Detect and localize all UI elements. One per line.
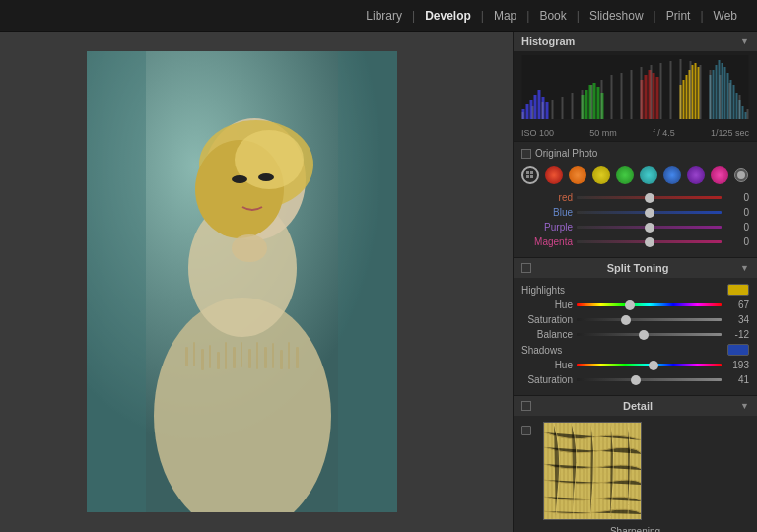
channel-red-icon[interactable] xyxy=(545,166,563,184)
detail-enable[interactable] xyxy=(521,401,531,411)
red-value: 0 xyxy=(725,192,749,203)
nav-slideshow[interactable]: Slideshow xyxy=(580,0,654,32)
shadows-hue-label: Hue xyxy=(521,360,573,370)
original-photo-label: Original Photo xyxy=(535,148,597,159)
svg-rect-13 xyxy=(209,345,211,368)
channel-purple-icon[interactable] xyxy=(687,166,705,184)
nav-map[interactable]: Map xyxy=(484,0,526,32)
magenta-thumb[interactable] xyxy=(645,237,654,247)
highlights-hue-value: 67 xyxy=(725,299,749,310)
svg-rect-82 xyxy=(680,59,682,119)
purple-thumb[interactable] xyxy=(645,223,654,233)
split-toning-controls: Highlights Hue 67 Saturation 34 xyxy=(514,278,757,395)
blue-label: Blue xyxy=(521,207,573,218)
meta-aperture: f / 4.5 xyxy=(653,128,675,138)
svg-rect-92 xyxy=(526,175,529,178)
blue-value: 0 xyxy=(725,207,749,218)
nav-web[interactable]: Web xyxy=(704,0,747,32)
detail-preview-thumbnail xyxy=(543,422,642,520)
highlights-hue-slider[interactable] xyxy=(577,303,722,306)
shadows-sat-slider[interactable] xyxy=(577,378,722,381)
red-slider[interactable] xyxy=(577,196,722,199)
highlights-sat-slider[interactable] xyxy=(577,318,722,321)
main-layout: Histogram ▼ xyxy=(0,32,757,532)
svg-rect-47 xyxy=(683,80,685,119)
svg-rect-93 xyxy=(530,175,533,178)
meta-shutter: 1/125 sec xyxy=(711,128,749,138)
channel-blue-icon[interactable] xyxy=(663,166,681,184)
nav-book[interactable]: Book xyxy=(529,0,576,32)
magenta-value: 0 xyxy=(725,236,749,247)
magenta-slider[interactable] xyxy=(577,240,722,243)
original-photo-checkbox[interactable] xyxy=(521,149,531,159)
shadows-sat-thumb[interactable] xyxy=(631,375,641,385)
meta-focal: 50 mm xyxy=(589,128,617,138)
highlights-sat-value: 34 xyxy=(725,314,749,325)
blue-slider[interactable] xyxy=(577,211,722,214)
highlights-swatch[interactable] xyxy=(727,284,749,296)
purple-value: 0 xyxy=(725,222,749,233)
svg-rect-29 xyxy=(526,104,529,119)
svg-rect-51 xyxy=(695,63,697,119)
detail-header[interactable]: Detail ▼ xyxy=(514,396,757,416)
channel-selector xyxy=(521,166,749,184)
blue-thumb[interactable] xyxy=(645,208,654,218)
nav-develop[interactable]: Develop xyxy=(415,0,481,32)
svg-rect-72 xyxy=(582,90,584,119)
detail-section: Detail ▼ xyxy=(514,396,757,532)
svg-rect-64 xyxy=(742,106,744,119)
photo-area xyxy=(0,32,513,532)
main-photo xyxy=(87,51,397,512)
split-toning-title: Split Toning xyxy=(607,262,669,274)
histogram-header[interactable]: Histogram ▼ xyxy=(514,32,757,51)
svg-rect-31 xyxy=(534,95,537,119)
svg-rect-52 xyxy=(698,67,700,119)
shadows-hue-value: 193 xyxy=(725,360,749,370)
highlights-hue-thumb[interactable] xyxy=(625,300,635,310)
photo-container xyxy=(87,51,397,512)
balance-slider[interactable] xyxy=(577,333,722,336)
nav-library[interactable]: Library xyxy=(356,0,412,32)
photo-svg xyxy=(87,51,397,512)
svg-rect-67 xyxy=(532,106,534,119)
svg-rect-54 xyxy=(713,70,715,119)
histogram-title: Histogram xyxy=(521,35,575,47)
channel-green-icon[interactable] xyxy=(616,166,634,184)
purple-slider[interactable] xyxy=(577,226,722,229)
shadows-hue-thumb[interactable] xyxy=(649,361,658,370)
balance-row: Balance -12 xyxy=(521,329,749,340)
histogram-metadata: ISO 100 50 mm f / 4.5 1/125 sec xyxy=(514,125,757,141)
svg-rect-79 xyxy=(651,65,653,119)
svg-rect-75 xyxy=(611,75,613,119)
channel-magenta-icon[interactable] xyxy=(711,166,728,184)
svg-rect-57 xyxy=(722,63,723,119)
channel-yellow-icon[interactable] xyxy=(592,166,610,184)
svg-rect-76 xyxy=(621,73,623,119)
split-toning-header[interactable]: Split Toning ▼ xyxy=(514,258,757,278)
shadows-swatch[interactable] xyxy=(727,344,749,356)
channel-active-indicator[interactable] xyxy=(734,168,748,182)
nav-print[interactable]: Print xyxy=(656,0,701,32)
shadows-hue-slider[interactable] xyxy=(577,364,722,366)
svg-rect-83 xyxy=(690,61,692,119)
svg-rect-59 xyxy=(727,73,729,119)
right-panel[interactable]: Histogram ▼ xyxy=(513,32,757,532)
channel-aqua-icon[interactable] xyxy=(640,166,657,184)
channel-orange-icon[interactable] xyxy=(569,166,586,184)
top-navigation: Library | Develop | Map | Book | Slidesh… xyxy=(0,0,757,32)
svg-rect-36 xyxy=(585,90,588,119)
svg-rect-55 xyxy=(716,65,718,119)
detail-zoom-box[interactable] xyxy=(521,426,531,435)
svg-rect-19 xyxy=(256,342,258,369)
svg-rect-71 xyxy=(572,93,574,119)
balance-thumb[interactable] xyxy=(639,330,649,340)
svg-rect-14 xyxy=(217,352,220,369)
svg-rect-80 xyxy=(660,63,662,119)
channel-select-icon[interactable] xyxy=(521,166,539,184)
svg-point-9 xyxy=(232,234,267,262)
split-toning-enable[interactable] xyxy=(521,263,531,273)
highlights-sat-thumb[interactable] xyxy=(621,315,631,325)
red-thumb[interactable] xyxy=(645,193,654,203)
svg-rect-25 xyxy=(87,51,146,512)
svg-rect-50 xyxy=(692,65,694,119)
